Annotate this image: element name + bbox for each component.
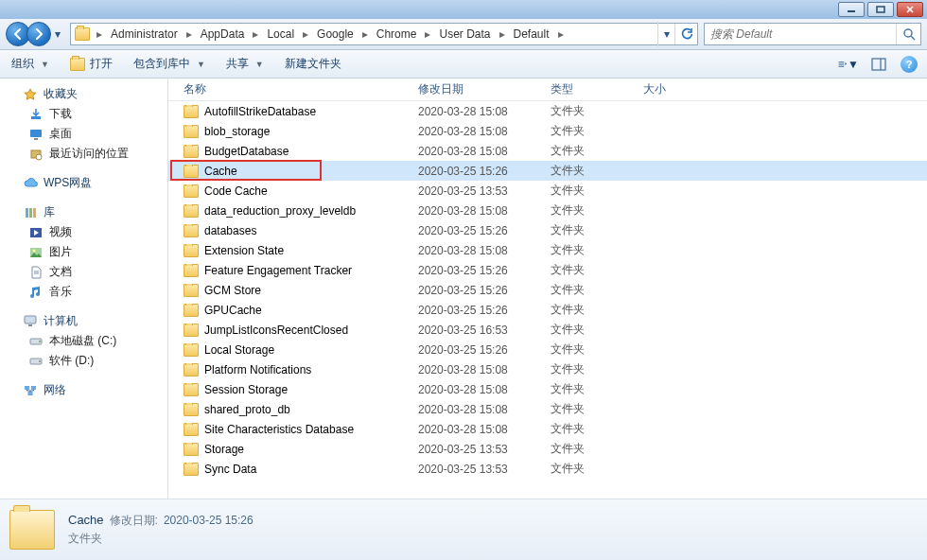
table-row[interactable]: blob_storage2020-03-28 15:08文件夹 — [168, 121, 927, 141]
navigation-pane: 收藏夹 下载 桌面 最近访问的位置 WPS网盘 — [0, 79, 168, 499]
breadcrumb-arrow-icon[interactable]: ▸ — [250, 27, 261, 41]
svg-rect-8 — [839, 65, 845, 66]
table-row[interactable]: databases2020-03-25 15:26文件夹 — [168, 220, 927, 240]
sidebar-item-documents[interactable]: 文档 — [0, 262, 167, 282]
breadcrumb-item[interactable]: Chrome — [371, 24, 423, 44]
file-type: 文件夹 — [545, 163, 638, 179]
breadcrumb-item[interactable]: Local — [261, 24, 300, 44]
breadcrumb-arrow-icon[interactable]: ▸ — [422, 27, 433, 41]
include-in-library-button[interactable]: 包含到库中▼ — [130, 53, 209, 75]
sidebar-item-pictures[interactable]: 图片 — [0, 242, 167, 262]
organize-label: 组织 — [11, 56, 34, 72]
sidebar-favorites-header[interactable]: 收藏夹 — [0, 84, 167, 104]
breadcrumb-arrow-icon[interactable]: ▸ — [555, 27, 567, 41]
search-icon[interactable] — [896, 24, 920, 44]
breadcrumb-item[interactable]: Default — [508, 24, 555, 44]
preview-pane-button[interactable] — [868, 54, 889, 75]
close-button[interactable] — [897, 2, 923, 17]
svg-rect-18 — [33, 208, 36, 218]
column-type[interactable]: 类型 — [545, 81, 638, 97]
sidebar-libraries-header[interactable]: 库 — [0, 202, 167, 222]
file-type: 文件夹 — [545, 143, 638, 159]
nav-history-dropdown[interactable]: ▾ — [51, 22, 64, 46]
minimize-button[interactable] — [838, 2, 865, 17]
table-row[interactable]: Extension State2020-03-28 15:08文件夹 — [168, 240, 927, 260]
breadcrumb-arrow-icon[interactable]: ▸ — [359, 27, 371, 41]
column-name[interactable]: 名称 — [178, 81, 412, 97]
organize-button[interactable]: 组织▼ — [8, 53, 53, 75]
column-size[interactable]: 大小 — [638, 81, 713, 97]
table-row[interactable]: BudgetDatabase2020-03-28 15:08文件夹 — [168, 141, 927, 161]
breadcrumb-item[interactable]: AppData — [195, 24, 251, 44]
table-row[interactable]: Storage2020-03-25 13:53文件夹 — [168, 439, 927, 459]
include-label: 包含到库中 — [133, 56, 190, 72]
maximize-button[interactable] — [867, 2, 894, 17]
sidebar-item-music[interactable]: 音乐 — [0, 282, 167, 302]
address-bar[interactable]: ▸Administrator▸AppData▸Local▸Google▸Chro… — [70, 23, 698, 45]
open-button[interactable]: 打开 — [66, 53, 116, 75]
table-row[interactable]: Code Cache2020-03-25 13:53文件夹 — [168, 181, 927, 201]
file-list[interactable]: AutofillStrikeDatabase2020-03-28 15:08文件… — [168, 101, 927, 499]
file-date: 2020-03-25 15:26 — [412, 264, 545, 277]
table-row[interactable]: Local Storage2020-03-25 15:26文件夹 — [168, 340, 927, 359]
forward-button[interactable] — [26, 22, 51, 46]
table-row[interactable]: Cache2020-03-25 15:26文件夹 — [168, 161, 927, 181]
breadcrumb-root-arrow[interactable]: ▸ — [94, 27, 105, 41]
sidebar-wps-header[interactable]: WPS网盘 — [0, 173, 167, 193]
column-date[interactable]: 修改日期 — [412, 81, 545, 97]
table-row[interactable]: GCM Store2020-03-25 15:26文件夹 — [168, 280, 927, 300]
file-date: 2020-03-28 15:08 — [412, 244, 545, 257]
table-row[interactable]: Session Storage2020-03-28 15:08文件夹 — [168, 379, 927, 399]
sidebar-item-desktop[interactable]: 桌面 — [0, 124, 167, 144]
sidebar-item-recent[interactable]: 最近访问的位置 — [0, 144, 167, 164]
sidebar-item-drive-d[interactable]: 软件 (D:) — [0, 351, 167, 371]
folder-icon — [184, 125, 199, 138]
details-filename: Cache — [68, 513, 104, 527]
svg-rect-17 — [29, 208, 32, 218]
sidebar-network-label: 网络 — [44, 382, 66, 398]
sidebar-network-header[interactable]: 网络 — [0, 380, 167, 400]
sidebar-item-label: 图片 — [49, 244, 72, 260]
new-folder-label: 新建文件夹 — [285, 56, 341, 72]
folder-icon — [184, 244, 199, 257]
breadcrumb-arrow-icon[interactable]: ▸ — [497, 27, 508, 41]
sidebar-item-videos[interactable]: 视频 — [0, 222, 167, 242]
breadcrumb-arrow-icon[interactable]: ▸ — [184, 27, 195, 41]
folder-icon — [184, 204, 199, 218]
share-button[interactable]: 共享▼ — [222, 53, 268, 75]
file-name: Extension State — [204, 244, 284, 257]
table-row[interactable]: shared_proto_db2020-03-28 15:08文件夹 — [168, 399, 927, 419]
table-row[interactable]: AutofillStrikeDatabase2020-03-28 15:08文件… — [168, 101, 927, 121]
file-name: BudgetDatabase — [204, 145, 289, 158]
view-options-button[interactable]: ▼ — [838, 54, 859, 75]
address-history-dropdown[interactable]: ▾ — [657, 22, 674, 46]
breadcrumb-arrow-icon[interactable]: ▸ — [300, 27, 311, 41]
table-row[interactable]: data_reduction_proxy_leveldb2020-03-28 1… — [168, 201, 927, 220]
file-type: 文件夹 — [545, 242, 638, 258]
breadcrumb-item[interactable]: Google — [311, 24, 359, 44]
table-row[interactable]: Feature Engagement Tracker2020-03-25 15:… — [168, 260, 927, 280]
search-box[interactable] — [704, 23, 921, 45]
details-type: 文件夹 — [68, 531, 254, 547]
sidebar-computer-header[interactable]: 计算机 — [0, 311, 167, 331]
table-row[interactable]: GPUCache2020-03-25 15:26文件夹 — [168, 300, 927, 320]
folder-icon — [184, 224, 199, 237]
sidebar-item-drive-c[interactable]: 本地磁盘 (C:) — [0, 331, 167, 351]
file-name: shared_proto_db — [204, 403, 290, 416]
table-row[interactable]: Sync Data2020-03-25 13:53文件夹 — [168, 459, 927, 479]
search-input[interactable] — [705, 27, 896, 41]
refresh-button[interactable] — [674, 24, 697, 44]
help-button[interactable]: ? — [899, 54, 919, 75]
file-type: 文件夹 — [545, 183, 638, 199]
table-row[interactable]: Site Characteristics Database2020-03-28 … — [168, 419, 927, 439]
video-icon — [28, 225, 44, 240]
file-date: 2020-03-28 15:08 — [412, 423, 545, 436]
breadcrumb-item[interactable]: Administrator — [105, 24, 184, 44]
new-folder-button[interactable]: 新建文件夹 — [281, 53, 345, 75]
svg-line-2 — [907, 7, 913, 12]
folder-icon — [184, 105, 199, 118]
table-row[interactable]: Platform Notifications2020-03-28 15:08文件… — [168, 359, 927, 379]
sidebar-item-downloads[interactable]: 下载 — [0, 104, 167, 124]
table-row[interactable]: JumpListIconsRecentClosed2020-03-25 16:5… — [168, 320, 927, 340]
breadcrumb-item[interactable]: User Data — [433, 24, 496, 44]
